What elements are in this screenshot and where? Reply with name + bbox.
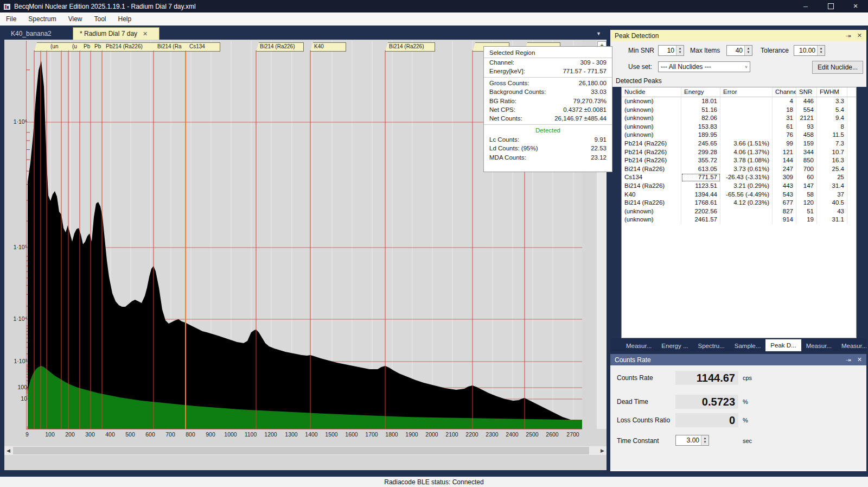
table-cell[interactable]: 2202.56 <box>681 207 720 216</box>
chart-options-dropdown-icon[interactable]: ▼ <box>596 31 601 36</box>
peak-flag[interactable]: Cs134 <box>186 42 220 52</box>
dock-tab-1[interactable]: Energy ... <box>656 340 693 351</box>
table-cell[interactable]: K40 <box>622 191 681 199</box>
table-cell[interactable] <box>720 97 773 106</box>
tolerance-spinner[interactable]: 10.00 ▲▼ <box>794 45 825 56</box>
scroll-right-icon[interactable]: ▶ <box>598 447 607 454</box>
table-cell[interactable]: 1768.61 <box>681 199 720 207</box>
table-row[interactable]: Bi214 (Ra226)1768.614.12 (0.23%)67712040… <box>622 199 856 207</box>
table-cell[interactable]: (unknown) <box>622 106 681 115</box>
table-cell[interactable]: 11.5 <box>817 131 847 140</box>
close-panel-icon[interactable]: ✕ <box>857 32 862 39</box>
table-row[interactable]: (unknown)189.957645811.5 <box>622 131 856 140</box>
column-header-fwhm[interactable]: FWHM <box>817 87 847 97</box>
table-cell[interactable]: 31.1 <box>817 216 847 224</box>
table-cell[interactable]: 61 <box>773 123 796 131</box>
table-cell[interactable]: 2461.57 <box>681 216 720 224</box>
table-cell[interactable]: 51 <box>796 207 817 216</box>
minimize-button[interactable]: ─ <box>793 0 818 12</box>
table-cell[interactable] <box>720 207 773 216</box>
table-row[interactable]: K401394.44-65.56 (-4.49%)5435837 <box>622 191 856 199</box>
table-cell[interactable]: 3.66 (1.51%) <box>720 140 773 148</box>
table-cell[interactable]: 299.28 <box>681 148 720 157</box>
column-header-error[interactable]: Error <box>720 87 773 97</box>
table-cell[interactable]: 458 <box>796 131 817 140</box>
edit-nuclide-button[interactable]: Edit Nuclide... <box>812 61 863 74</box>
column-header-channel[interactable]: Channel <box>773 87 796 97</box>
dock-tab-6[interactable]: Measur... <box>837 340 866 351</box>
table-cell[interactable]: (unknown) <box>622 97 681 106</box>
table-cell[interactable]: 4.12 (0.23%) <box>720 199 773 207</box>
menu-item-view[interactable]: View <box>62 12 88 26</box>
table-cell[interactable]: 144 <box>773 156 796 165</box>
table-cell[interactable] <box>720 131 773 140</box>
table-cell[interactable]: Bi214 (Ra226) <box>622 182 681 191</box>
table-row[interactable]: Pb214 (Ra226)245.653.66 (1.51%)991597.3 <box>622 140 856 148</box>
document-tab[interactable]: * Radium Dial 7 day✕ <box>73 27 159 40</box>
table-row[interactable]: (unknown)51.16185545.4 <box>622 106 856 115</box>
pin-icon[interactable]: 📌︎ <box>844 355 853 364</box>
table-cell[interactable] <box>720 123 773 131</box>
table-cell[interactable]: 5.4 <box>817 106 847 115</box>
menu-item-spectrum[interactable]: Spectrum <box>22 12 62 26</box>
table-cell[interactable]: 189.95 <box>681 131 720 140</box>
scroll-left-icon[interactable]: ◀ <box>4 447 12 454</box>
table-cell[interactable]: 18 <box>773 106 796 115</box>
table-cell[interactable]: 9.4 <box>817 114 847 123</box>
max-items-spinner[interactable]: 40 ▲▼ <box>726 45 752 56</box>
table-cell[interactable] <box>720 216 773 224</box>
table-cell[interactable]: 31 <box>773 114 796 123</box>
table-cell[interactable]: 700 <box>796 165 817 174</box>
table-row[interactable]: (unknown)153.8361938 <box>622 123 856 131</box>
table-row[interactable]: Bi214 (Ra226)1123.513.21 (0.29%)44314731… <box>622 182 856 191</box>
column-header-energy[interactable]: Energy <box>681 87 720 97</box>
table-cell[interactable]: 8 <box>817 123 847 131</box>
table-cell[interactable]: 40.5 <box>817 199 847 207</box>
table-cell[interactable]: (unknown) <box>622 123 681 131</box>
tab-close-icon[interactable]: ✕ <box>143 30 148 37</box>
table-cell[interactable]: 25.4 <box>817 165 847 174</box>
table-cell[interactable]: 3.3 <box>817 97 847 106</box>
table-cell[interactable]: 153.83 <box>681 123 720 131</box>
table-cell[interactable]: 31.4 <box>817 182 847 191</box>
table-cell[interactable]: 120 <box>796 199 817 207</box>
table-cell[interactable]: 344 <box>796 148 817 157</box>
table-cell[interactable]: Cs134 <box>622 173 681 182</box>
table-cell[interactable]: 2121 <box>796 114 817 123</box>
close-button[interactable]: ✕ <box>843 0 868 12</box>
spinner-arrows-icon[interactable]: ▲▼ <box>701 435 709 445</box>
table-row[interactable]: Cs134771.57-26.43 (-3.31%)3096025 <box>622 173 856 182</box>
table-cell[interactable]: 7.3 <box>817 140 847 148</box>
table-row[interactable]: (unknown)2461.579141931.1 <box>622 216 856 224</box>
table-cell[interactable] <box>720 114 773 123</box>
table-cell[interactable] <box>720 106 773 115</box>
spinner-arrows-icon[interactable]: ▲▼ <box>676 46 684 55</box>
table-cell[interactable]: 99 <box>773 140 796 148</box>
table-cell[interactable]: 543 <box>773 191 796 199</box>
table-cell[interactable]: (unknown) <box>622 216 681 224</box>
dock-tab-0[interactable]: Measur... <box>621 340 656 351</box>
table-cell[interactable]: 355.72 <box>681 156 720 165</box>
table-cell[interactable]: 121 <box>773 148 796 157</box>
maximize-button[interactable] <box>818 0 843 12</box>
table-cell[interactable]: -26.43 (-3.31%) <box>720 173 773 182</box>
table-cell[interactable]: 10.7 <box>817 148 847 157</box>
table-cell[interactable]: 245.65 <box>681 140 720 148</box>
dock-tab-4[interactable]: Peak D... <box>765 339 801 351</box>
table-cell[interactable]: (unknown) <box>622 207 681 216</box>
table-cell[interactable]: Bi214 (Ra226) <box>622 199 681 207</box>
table-cell[interactable]: 4.06 (1.37%) <box>720 148 773 157</box>
menu-item-tool[interactable]: Tool <box>88 12 112 26</box>
nuclide-set-dropdown[interactable]: --- All Nuclides --- ˅ <box>658 61 750 72</box>
detected-peaks-table[interactable]: NuclideEnergyErrorChannelSNRFWHM(unknown… <box>621 87 857 338</box>
spectrum-plot[interactable]: (un(uPbPbPb214 (Ra226)Bi214 (RaCs134Bi21… <box>26 41 582 429</box>
table-cell[interactable]: 58 <box>796 191 817 199</box>
table-cell[interactable]: 850 <box>796 156 817 165</box>
table-cell[interactable]: 43 <box>817 207 847 216</box>
table-cell[interactable]: 677 <box>773 199 796 207</box>
table-cell[interactable]: 3.73 (0.61%) <box>720 165 773 174</box>
table-cell[interactable]: Pb214 (Ra226) <box>622 148 681 157</box>
table-cell[interactable]: -65.56 (-4.49%) <box>720 191 773 199</box>
table-cell[interactable]: 76 <box>773 131 796 140</box>
table-cell[interactable]: 18.01 <box>681 97 720 106</box>
